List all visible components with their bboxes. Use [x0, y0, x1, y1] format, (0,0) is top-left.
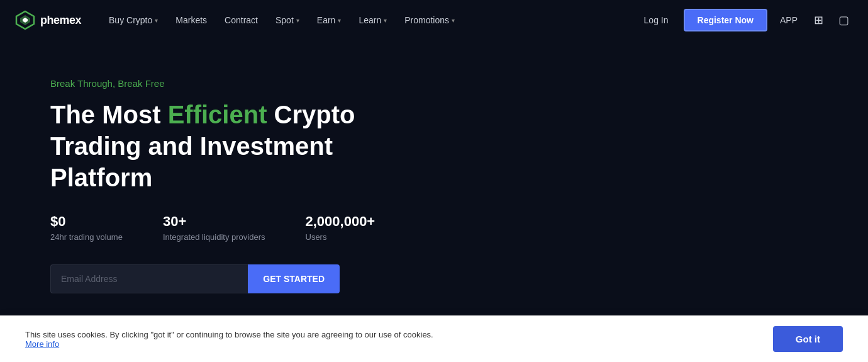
phemex-logo-icon: [15, 10, 35, 30]
stat-liquidity-providers: 30+ Integrated liquidity providers: [163, 213, 265, 242]
cookie-more-info-link[interactable]: More info: [25, 339, 59, 349]
logo-text: phemex: [40, 14, 81, 27]
navbar-right: Log In Register Now APP ⊞ ▢: [637, 9, 853, 31]
nav-buy-crypto[interactable]: Buy Crypto ▾: [101, 10, 165, 30]
hero-title: The Most Efficient Crypto Trading and In…: [50, 99, 428, 193]
stat-users-value: 2,000,000+: [306, 213, 376, 230]
buy-crypto-chevron-icon: ▾: [155, 17, 158, 24]
learn-chevron-icon: ▾: [384, 17, 387, 24]
grid-icon-button[interactable]: ⊞: [810, 11, 827, 30]
hero-stats: $0 24hr trading volume 30+ Integrated li…: [50, 213, 853, 242]
register-button[interactable]: Register Now: [684, 9, 767, 31]
nav-learn[interactable]: Learn ▾: [351, 10, 394, 30]
nav-contract[interactable]: Contract: [217, 10, 265, 30]
promotions-chevron-icon: ▾: [452, 17, 455, 24]
hero-title-accent: Efficient: [168, 101, 267, 128]
app-link[interactable]: APP: [775, 10, 803, 30]
stat-liquidity-label: Integrated liquidity providers: [163, 232, 265, 242]
navbar-links: Buy Crypto ▾ Markets Contract Spot ▾ Ear…: [101, 10, 637, 30]
get-started-button[interactable]: GET STARTED: [248, 264, 340, 293]
hero-tagline: Break Through, Break Free: [50, 78, 853, 89]
login-button[interactable]: Log In: [637, 10, 676, 30]
hero-signup-form: GET STARTED: [50, 264, 340, 293]
email-input[interactable]: [50, 264, 248, 293]
navbar: phemex Buy Crypto ▾ Markets Contract Spo…: [0, 0, 868, 40]
nav-earn[interactable]: Earn ▾: [309, 10, 349, 30]
spot-chevron-icon: ▾: [296, 17, 299, 24]
hero-section: Break Through, Break Free The Most Effic…: [0, 40, 868, 344]
stat-trading-volume: $0 24hr trading volume: [50, 213, 123, 242]
stat-liquidity-value: 30+: [163, 213, 265, 230]
earn-chevron-icon: ▾: [338, 17, 341, 24]
cookie-message: This site uses cookies. By clicking "got…: [25, 330, 433, 339]
nav-promotions[interactable]: Promotions ▾: [397, 10, 462, 30]
square-icon-button[interactable]: ▢: [835, 11, 853, 30]
stat-users: 2,000,000+ Users: [306, 213, 376, 242]
got-it-button[interactable]: Got it: [773, 326, 843, 352]
nav-spot[interactable]: Spot ▾: [268, 10, 307, 30]
stat-users-label: Users: [306, 232, 376, 242]
stat-trading-volume-value: $0: [50, 213, 123, 230]
cookie-banner: This site uses cookies. By clicking "got…: [0, 315, 868, 362]
stat-trading-volume-label: 24hr trading volume: [50, 232, 123, 242]
logo[interactable]: phemex: [15, 10, 81, 30]
hero-title-before: The Most: [50, 101, 168, 128]
cookie-text-area: This site uses cookies. By clicking "got…: [25, 330, 758, 349]
nav-markets[interactable]: Markets: [168, 10, 214, 30]
